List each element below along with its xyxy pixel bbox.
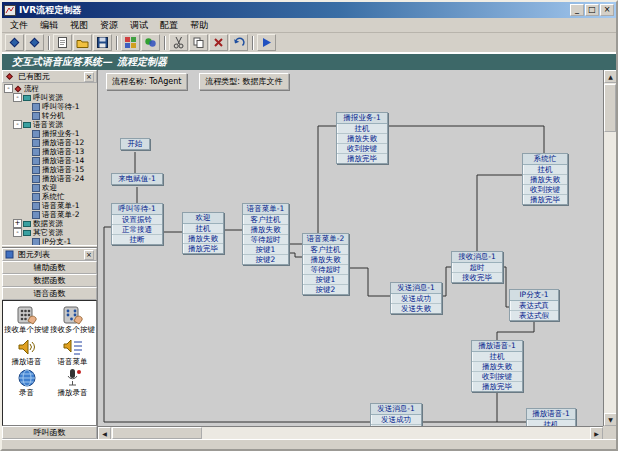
toolbar-run-button[interactable]: [257, 34, 276, 51]
node-port-0[interactable]: 设置振铃: [112, 215, 162, 225]
maximize-button[interactable]: □: [585, 4, 599, 16]
node-port-3[interactable]: 播放完毕: [523, 195, 567, 204]
tree-toggle-icon[interactable]: -: [4, 84, 13, 93]
node-port-1[interactable]: 表达式假: [510, 311, 558, 320]
toolbar-nav-forward-button[interactable]: [25, 34, 44, 51]
scroll-right-icon[interactable]: ▶: [590, 427, 603, 439]
toolbar-undo-button[interactable]: [229, 34, 248, 51]
palette-group-0[interactable]: 辅助函数: [2, 261, 97, 274]
toolbar-delete-button[interactable]: [209, 34, 228, 51]
palette-item-receive-single-key[interactable]: 接收单个按键: [4, 304, 49, 335]
node-start[interactable]: 开始: [120, 138, 150, 150]
node-call-wait-1[interactable]: 呼叫等待-1设置振铃正常接通挂断: [111, 203, 163, 245]
node-broadcast-service-1[interactable]: 播报业务-1挂机播放失败收到按键播放完毕: [336, 112, 388, 164]
node-port-1[interactable]: 播放失败: [472, 362, 522, 372]
menu-item-file[interactable]: 文件: [4, 18, 34, 33]
node-port-2[interactable]: 等待超时: [303, 265, 348, 275]
menu-item-edit[interactable]: 编辑: [34, 18, 64, 33]
toolbar-new-button[interactable]: [53, 34, 72, 51]
toolbar-save-button[interactable]: [93, 34, 112, 51]
node-send-message-1[interactable]: 发送消息-1发送成功发送失败: [390, 282, 442, 314]
tree-toggle-icon[interactable]: -: [13, 120, 22, 129]
node-system-busy[interactable]: 系统忙挂机播放失败收到按键播放完毕: [522, 153, 568, 205]
node-port-3[interactable]: 播放完毕: [472, 382, 522, 391]
node-port-1[interactable]: 播放失败: [183, 234, 223, 244]
node-port-0[interactable]: 挂机: [472, 352, 522, 362]
flow-canvas[interactable]: 流程名称: ToAgent 流程类型: 数据库文件 开始来电赋值-1呼叫等待-1…: [98, 70, 616, 439]
node-port-2[interactable]: 收到按键: [472, 372, 522, 382]
node-port-4[interactable]: 按键2: [243, 255, 288, 264]
tree-toggle-icon[interactable]: +: [13, 219, 22, 228]
node-port-0[interactable]: 挂机: [523, 165, 567, 175]
node-port-2[interactable]: 收到按键: [523, 185, 567, 195]
close-button[interactable]: ×: [600, 4, 614, 16]
node-port-1[interactable]: 播放失败: [243, 225, 288, 235]
menu-item-config[interactable]: 配置: [154, 18, 184, 33]
palette-item-play-voice[interactable]: 播放语音: [4, 336, 49, 367]
node-welcome[interactable]: 欢迎挂机播放失败播放完毕: [182, 212, 224, 254]
node-incoming-assign-1[interactable]: 来电赋值-1: [111, 173, 163, 185]
node-ip-branch-1[interactable]: IP分支-1表达式真表达式假: [509, 289, 559, 321]
node-port-2[interactable]: 挂断: [112, 235, 162, 244]
node-receive-message-1[interactable]: 接收消息-1超时接收完毕: [451, 251, 503, 283]
tree-toggle-icon[interactable]: -: [13, 93, 22, 102]
node-port-0[interactable]: 表达式真: [510, 301, 558, 311]
palette-group-1[interactable]: 数据函数: [2, 274, 97, 287]
node-port-1[interactable]: 接收完毕: [452, 273, 502, 282]
node-port-1[interactable]: 发送失败: [391, 304, 441, 313]
tree-item-17[interactable]: IP分支-1: [4, 237, 97, 245]
palette-group-call-functions[interactable]: 呼叫函数: [2, 426, 97, 439]
toolbar-resource-manager-button[interactable]: [121, 34, 140, 51]
node-port-3[interactable]: 按键1: [303, 275, 348, 285]
palette-item-record[interactable]: 录音: [4, 367, 49, 398]
palette-item-play-record[interactable]: 播放录音: [50, 367, 95, 398]
vertical-scrollbar[interactable]: ▲ ▼: [603, 70, 616, 426]
node-port-0[interactable]: 客户挂机: [243, 215, 288, 225]
node-port-0[interactable]: 挂机: [183, 224, 223, 234]
node-port-1[interactable]: 播放失败: [303, 255, 348, 265]
node-port-1[interactable]: 正常接通: [112, 225, 162, 235]
scroll-down-icon[interactable]: ▼: [604, 413, 616, 426]
menu-item-help[interactable]: 帮助: [184, 18, 214, 33]
node-port-0[interactable]: 发送成功: [391, 294, 441, 304]
toolbar-color-config-button[interactable]: [141, 34, 160, 51]
horizontal-scroll-thumb[interactable]: [112, 427, 202, 439]
palette-item-receive-multi-key[interactable]: 接收多个按键: [50, 304, 95, 335]
node-port-0[interactable]: 挂机: [337, 124, 387, 134]
vertical-scroll-track[interactable]: [604, 132, 616, 413]
vertical-scroll-thumb[interactable]: [604, 84, 616, 132]
node-play-voice-2[interactable]: 播放语音-1挂机播放失败收到按键播放完毕: [526, 408, 576, 426]
menu-item-debug[interactable]: 调试: [124, 18, 154, 33]
node-port-2[interactable]: 等待超时: [243, 235, 288, 245]
menu-item-view[interactable]: 视图: [64, 18, 94, 33]
node-play-voice-1[interactable]: 播放语音-1挂机播放失败收到按键播放完毕: [471, 340, 523, 392]
palette-item-voice-menu[interactable]: 语音菜单: [50, 336, 95, 367]
toolbar-copy-button[interactable]: [189, 34, 208, 51]
existing-panel-close-icon[interactable]: ×: [84, 72, 94, 82]
node-port-1[interactable]: 播放失败: [337, 134, 387, 144]
scroll-up-icon[interactable]: ▲: [604, 70, 616, 83]
palette-panel-close-icon[interactable]: ×: [84, 250, 94, 260]
node-port-0[interactable]: 客户挂机: [303, 245, 348, 255]
toolbar-open-button[interactable]: [73, 34, 92, 51]
node-port-0[interactable]: 发送成功: [371, 415, 421, 425]
palette-group-2[interactable]: 语音函数: [2, 287, 97, 300]
node-port-1[interactable]: 播放失败: [523, 175, 567, 185]
menu-item-resources[interactable]: 资源: [94, 18, 124, 33]
node-port-3[interactable]: 按键1: [243, 245, 288, 255]
node-port-2[interactable]: 收到按键: [337, 144, 387, 154]
node-port-2[interactable]: 播放完毕: [183, 244, 223, 253]
node-voice-menu-2[interactable]: 语音菜单-2客户挂机播放失败等待超时按键1按键2: [302, 233, 349, 295]
horizontal-scrollbar[interactable]: ◀ ▶: [98, 426, 603, 439]
minimize-button[interactable]: _: [570, 4, 584, 16]
flow-name-field[interactable]: 流程名称: ToAgent: [106, 73, 187, 90]
tree-toggle-icon[interactable]: -: [13, 228, 22, 237]
node-port-4[interactable]: 按键2: [303, 285, 348, 294]
node-voice-menu-1[interactable]: 语音菜单-1客户挂机播放失败等待超时按键1按键2: [242, 203, 289, 265]
scroll-left-icon[interactable]: ◀: [98, 427, 111, 439]
node-send-message-2[interactable]: 发送消息-1发送成功发送失败: [370, 403, 422, 426]
node-port-3[interactable]: 播放完毕: [337, 154, 387, 163]
toolbar-cut-button[interactable]: [169, 34, 188, 51]
horizontal-scroll-track[interactable]: [202, 427, 590, 439]
node-port-0[interactable]: 超时: [452, 263, 502, 273]
